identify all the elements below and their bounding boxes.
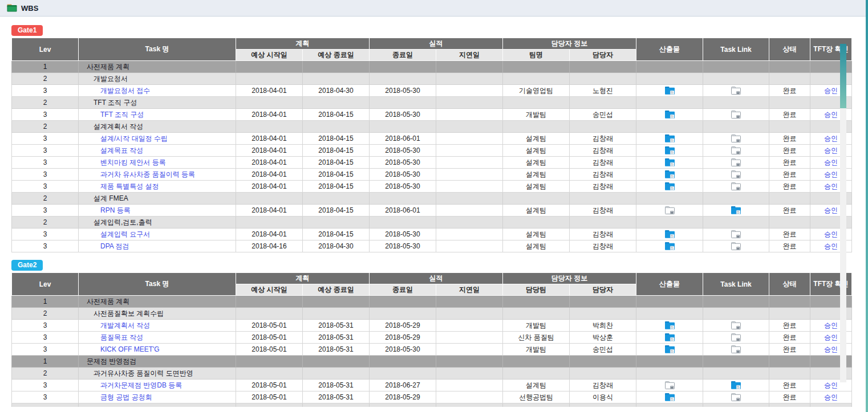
plan-end-cell: 2018-04-30 — [303, 85, 370, 97]
task-name-link[interactable]: DPA 점검 — [100, 242, 129, 250]
delay-cell — [436, 229, 503, 240]
col-header-task: Task 명 — [79, 273, 236, 296]
folder-gray-icon[interactable] — [731, 333, 741, 341]
col-header-plan-start: 예상 시작일 — [236, 284, 303, 296]
folder-blue-icon[interactable] — [665, 158, 675, 166]
approve-link[interactable]: 승인 — [824, 182, 838, 190]
actual-end-cell: 2018-05-30 — [370, 169, 436, 181]
task-name-link[interactable]: 개발요청서 접수 — [100, 87, 150, 95]
approve-link[interactable]: 승인 — [824, 206, 838, 214]
folder-blue-icon[interactable] — [665, 242, 675, 250]
task-name-link[interactable]: TFT 조직 구성 — [100, 111, 144, 119]
col-header-task: Task 명 — [79, 38, 236, 61]
lev-cell: 3 — [12, 205, 79, 217]
folder-blue-icon[interactable] — [665, 333, 675, 341]
person-cell: 박상훈 — [570, 332, 636, 344]
table-row: 1사전제품 계획 — [12, 296, 852, 308]
scrollbar-thumb[interactable] — [840, 44, 846, 108]
table-row: 3과거차 유사차종 품질이력 등록2018-04-012018-04-15201… — [12, 169, 852, 181]
folder-gray-icon[interactable] — [731, 230, 741, 238]
content-scrollbar[interactable] — [840, 44, 846, 382]
plan-end-cell — [303, 308, 370, 320]
approve-link[interactable]: 승인 — [824, 158, 838, 166]
output-cell — [636, 121, 703, 133]
status-cell: 완료 — [769, 240, 810, 252]
actual-end-cell — [370, 308, 436, 320]
task-cell: 벤치마킹 제안서 등록 — [79, 157, 236, 169]
task-link-cell — [703, 61, 769, 73]
task-name-link[interactable]: 설계입력 요구서 — [100, 230, 150, 238]
team-cell: 설계팀 — [503, 205, 570, 217]
status-cell: 완료 — [769, 344, 810, 356]
col-header-output: 산출물 — [636, 273, 703, 296]
person-cell — [570, 121, 636, 133]
table-row: 3DPA 점검2018-04-162018-04-302018-05-30설계팀… — [12, 240, 852, 252]
lev-cell: 3 — [12, 344, 79, 356]
task-name-link[interactable]: 과거차 유사차종 품질이력 등록 — [100, 170, 195, 178]
folder-blue-icon[interactable] — [665, 134, 675, 142]
folder-blue-icon[interactable] — [665, 393, 675, 401]
approve-link[interactable]: 승인 — [824, 170, 838, 178]
status-cell: 완료 — [769, 181, 810, 193]
delay-cell — [436, 109, 503, 121]
col-header-plan-start: 예상 시작일 — [236, 50, 303, 61]
approve-link[interactable]: 승인 — [824, 333, 838, 341]
actual-end-cell — [370, 97, 436, 109]
folder-gray-icon[interactable] — [731, 134, 741, 142]
plan-start-cell: 2018-04-01 — [236, 85, 303, 97]
folder-blue-icon[interactable] — [731, 206, 741, 214]
approve-link[interactable]: 승인 — [824, 242, 838, 250]
folder-gray-icon[interactable] — [731, 345, 741, 353]
task-link-cell — [703, 296, 769, 308]
folder-blue-icon[interactable] — [665, 111, 675, 119]
approve-link[interactable]: 승인 — [824, 345, 838, 353]
approve-link[interactable]: 승인 — [824, 146, 838, 154]
task-name-link[interactable]: 설계목표 작성 — [100, 146, 143, 154]
folder-blue-icon[interactable] — [665, 170, 675, 178]
task-cell: 설계계획서 작성 — [79, 121, 236, 133]
team-cell — [503, 368, 570, 380]
task-name-link[interactable]: 금형 공법 공청회 — [100, 393, 152, 401]
team-cell: 설계팀 — [503, 157, 570, 169]
folder-blue-icon[interactable] — [665, 146, 675, 154]
task-name-link[interactable]: 과거차문제점 반영DB 등록 — [100, 381, 182, 389]
folder-gray-icon[interactable] — [731, 321, 741, 329]
folder-blue-icon[interactable] — [731, 381, 741, 389]
status-cell: 완료 — [769, 145, 810, 157]
task-name-link[interactable]: 품질목표 작성 — [100, 333, 143, 341]
task-name-link[interactable]: 설계/시작 대일정 수립 — [100, 134, 168, 142]
approve-link[interactable]: 승인 — [824, 381, 838, 389]
folder-gray-icon[interactable] — [665, 206, 675, 214]
folder-blue-icon[interactable] — [665, 345, 675, 353]
task-name-link[interactable]: RPN 등록 — [100, 206, 131, 214]
approve-link[interactable]: 승인 — [824, 230, 838, 238]
approve-link[interactable]: 승인 — [824, 111, 838, 119]
task-name-link[interactable]: 제품 특별특성 설정 — [100, 182, 159, 190]
folder-gray-icon[interactable] — [731, 87, 741, 95]
folder-blue-icon[interactable] — [665, 321, 675, 329]
folder-gray-icon[interactable] — [731, 242, 741, 250]
folder-gray-icon[interactable] — [731, 111, 741, 119]
approve-link[interactable]: 승인 — [824, 134, 838, 142]
folder-gray-icon[interactable] — [731, 158, 741, 166]
team-cell: 선행공법팀 — [503, 391, 570, 403]
folder-gray-icon[interactable] — [731, 393, 741, 401]
plan-start-cell: 2018-04-16 — [236, 240, 303, 252]
folder-gray-icon[interactable] — [665, 381, 675, 389]
folder-blue-icon[interactable] — [665, 182, 675, 190]
approve-link[interactable]: 승인 — [824, 321, 838, 329]
folder-gray-icon[interactable] — [731, 146, 741, 154]
team-cell — [503, 308, 570, 320]
folder-gray-icon[interactable] — [731, 182, 741, 190]
person-cell: 송민섭 — [570, 344, 636, 356]
actual-end-cell: 2018-05-30 — [370, 240, 436, 252]
actual-end-cell — [370, 73, 436, 85]
folder-gray-icon[interactable] — [731, 170, 741, 178]
folder-blue-icon[interactable] — [665, 230, 675, 238]
task-name-link[interactable]: 벤치마킹 제안서 등록 — [100, 158, 166, 166]
approve-link[interactable]: 승인 — [824, 87, 838, 95]
task-name-link[interactable]: KICK OFF MEET'G — [100, 345, 160, 353]
task-name-link[interactable]: 개발계획서 작성 — [100, 321, 150, 329]
approve-link[interactable]: 승인 — [824, 393, 838, 401]
folder-blue-icon[interactable] — [665, 87, 675, 95]
